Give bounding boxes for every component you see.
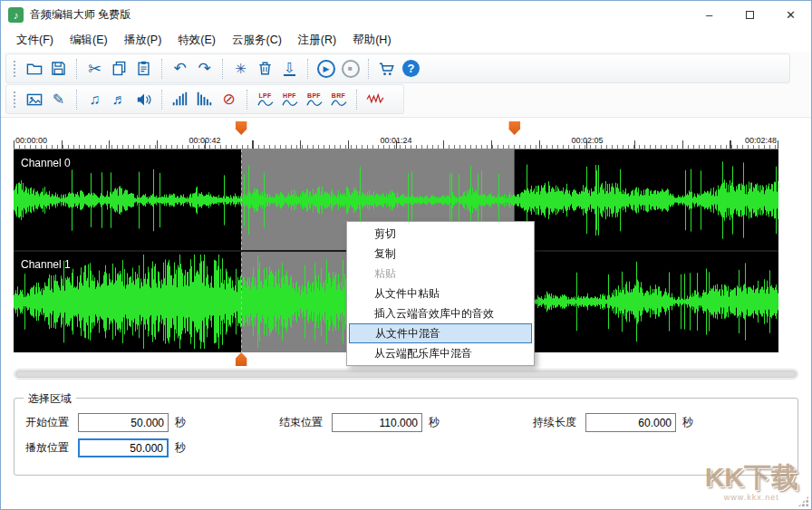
toolbar-separator	[76, 90, 77, 110]
resize-grip[interactable]	[798, 496, 809, 507]
toolbars: ✂↶↷✳⇩▶■? ✎♫♬⊘LPFHPFBPFBRF	[1, 52, 811, 118]
music-note-edit-icon[interactable]: ♬	[107, 88, 131, 111]
duration-input[interactable]	[585, 413, 676, 432]
save-icon[interactable]	[46, 57, 71, 81]
menu-item-5[interactable]: 注册(R)	[290, 29, 344, 52]
toolbar-row-2: ✎♫♬⊘LPFHPFBPFBRF	[5, 84, 404, 114]
play-position-field: 播放位置 秒	[25, 438, 279, 457]
spectrum-icon[interactable]	[362, 88, 387, 111]
selection-marker-strip	[14, 120, 778, 136]
context-menu-item-5[interactable]: 从文件中混音	[349, 323, 532, 343]
panel-row-1: 开始位置 秒 结束位置 秒 持续长度 秒	[25, 413, 787, 432]
toolbar-separator	[356, 90, 357, 110]
context-menu-item-0[interactable]: 剪切	[349, 224, 532, 244]
end-position-input[interactable]	[332, 413, 422, 432]
menu-item-6[interactable]: 帮助(H)	[344, 29, 399, 52]
menu-item-3[interactable]: 特效(E)	[169, 29, 224, 52]
play-position-unit: 秒	[175, 440, 186, 456]
mute-icon[interactable]: ⊘	[217, 88, 241, 111]
selection-panel: 选择区域 开始位置 秒 结束位置 秒 持续长度 秒 播放位置 秒	[14, 398, 798, 476]
timeline-ruler[interactable]: 00:00:0000:00:4200:01:2400:02:0500:02:48	[14, 136, 778, 149]
ruler-label-2: 00:01:24	[380, 136, 411, 145]
play-icon[interactable]: ▶	[314, 57, 338, 81]
selection-start-marker[interactable]	[236, 121, 247, 135]
panel-title: 选择区域	[24, 391, 76, 407]
menu-item-1[interactable]: 编辑(E)	[62, 29, 116, 52]
level-meter-alt-icon[interactable]	[192, 88, 217, 111]
maximize-icon	[746, 11, 754, 19]
ruler-label-3: 00:02:05	[571, 136, 603, 145]
toolbar-separator	[368, 59, 369, 79]
menu-item-4[interactable]: 云服务(C)	[224, 29, 290, 52]
toolbar-separator	[222, 59, 223, 79]
toolbar-grip[interactable]	[13, 60, 16, 78]
hpf-filter-icon[interactable]: HPF	[277, 88, 302, 111]
start-position-label: 开始位置	[25, 415, 69, 430]
ruler-label-1: 00:00:42	[188, 136, 220, 145]
context-menu-item-6[interactable]: 从云端配乐库中混音	[349, 343, 532, 363]
duration-unit: 秒	[682, 415, 693, 430]
context-menu-item-2: 粘贴	[349, 264, 532, 284]
play-position-input[interactable]	[78, 438, 169, 457]
help-icon[interactable]: ?	[399, 57, 423, 81]
end-position-unit: 秒	[429, 415, 440, 430]
cut-icon[interactable]: ✂	[82, 57, 107, 81]
toolbar-separator	[161, 90, 162, 110]
context-menu-item-1[interactable]: 复制	[349, 244, 532, 264]
duration-field: 持续长度 秒	[533, 413, 787, 432]
minimize-button[interactable]: –	[689, 1, 730, 28]
stop-icon[interactable]: ■	[338, 57, 362, 81]
watermark-url: www.kkx.net	[705, 493, 798, 502]
brf-filter-icon[interactable]: BRF	[326, 88, 351, 111]
end-position-label: 结束位置	[279, 415, 323, 430]
selection-end-marker[interactable]	[508, 121, 520, 135]
start-position-field: 开始位置 秒	[25, 413, 279, 432]
play-position-label: 播放位置	[25, 440, 69, 456]
bpf-filter-icon[interactable]: BPF	[302, 88, 326, 111]
toolbar-separator	[307, 59, 308, 79]
menu-item-0[interactable]: 文件(F)	[8, 29, 62, 52]
app-window: ♪ 音频编辑大师 免费版 – ✕ 文件(F)编辑(E)播放(P)特效(E)云服务…	[0, 0, 812, 510]
open-folder-icon[interactable]	[22, 57, 46, 81]
ruler-label-4: 00:02:48	[745, 136, 777, 145]
close-button[interactable]: ✕	[770, 1, 811, 28]
context-menu: 剪切复制粘贴从文件中粘贴插入云端音效库中的音效从文件中混音从云端配乐库中混音	[346, 221, 535, 366]
menubar: 文件(F)编辑(E)播放(P)特效(E)云服务(C)注册(R)帮助(H)	[1, 28, 811, 52]
toolbar-separator	[246, 90, 247, 110]
app-icon: ♪	[8, 7, 24, 23]
context-menu-item-3[interactable]: 从文件中粘贴	[349, 284, 532, 303]
titlebar: ♪ 音频编辑大师 免费版 – ✕	[1, 1, 811, 28]
cart-icon[interactable]	[374, 57, 399, 81]
edit-wave-icon[interactable]: ✎	[46, 88, 71, 111]
speaker-icon[interactable]	[131, 88, 156, 111]
end-position-field: 结束位置 秒	[279, 413, 533, 432]
scrollbar-thumb[interactable]	[15, 370, 797, 378]
horizontal-scrollbar[interactable]	[14, 369, 798, 380]
lpf-filter-icon[interactable]: LPF	[253, 88, 277, 111]
redo-icon[interactable]: ↷	[192, 57, 217, 81]
toolbar-separator	[161, 59, 162, 79]
svg-text:♪: ♪	[14, 9, 19, 21]
play-position-marker[interactable]	[236, 352, 247, 366]
toolbar-row-1: ✂↶↷✳⇩▶■?	[5, 53, 790, 83]
context-menu-item-4[interactable]: 插入云端音效库中的音效	[349, 303, 532, 323]
start-position-unit: 秒	[175, 415, 186, 430]
start-position-input[interactable]	[78, 413, 169, 432]
level-meter-icon[interactable]	[168, 88, 192, 111]
undo-icon[interactable]: ↶	[168, 57, 192, 81]
panel-row-2: 播放位置 秒	[25, 438, 787, 457]
duration-label: 持续长度	[533, 415, 576, 430]
toolbar-separator	[76, 59, 77, 79]
special-effect-icon[interactable]: ✳	[228, 57, 253, 81]
delete-icon[interactable]	[253, 57, 277, 81]
menu-item-2[interactable]: 播放(P)	[116, 29, 170, 52]
ruler-label-0: 00:00:00	[15, 136, 47, 145]
photo-clip-icon[interactable]	[22, 88, 46, 111]
export-icon[interactable]: ⇩	[277, 57, 302, 81]
toolbar-grip[interactable]	[13, 91, 16, 109]
copy-icon[interactable]	[107, 57, 131, 81]
window-title: 音频编辑大师 免费版	[30, 7, 689, 23]
music-note-icon[interactable]: ♫	[82, 88, 107, 111]
paste-icon[interactable]	[131, 57, 156, 81]
maximize-button[interactable]	[730, 1, 770, 28]
